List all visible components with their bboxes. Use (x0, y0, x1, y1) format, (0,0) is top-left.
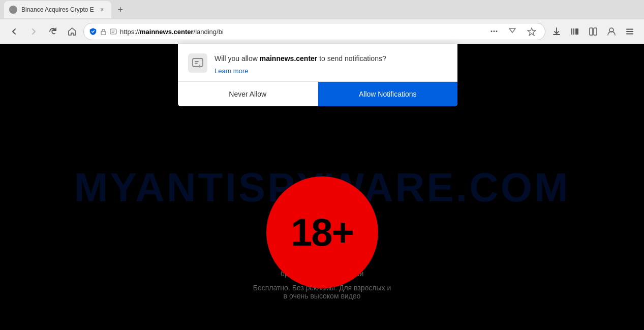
popup-message: Will you allow mainnews.center to send n… (214, 53, 447, 75)
library-button[interactable] (567, 23, 583, 40)
browser-chrome: Binance Acquires Crypto E × + (0, 0, 644, 44)
svg-rect-8 (594, 28, 597, 35)
reload-button[interactable] (45, 23, 61, 40)
address-text: https://mainnews.center/landing/bi (120, 28, 484, 36)
svg-rect-7 (590, 28, 593, 35)
tab-close-button[interactable]: × (98, 6, 106, 14)
download-button[interactable] (548, 23, 565, 40)
popup-domain: mainnews.center (260, 54, 318, 63)
svg-rect-4 (571, 28, 572, 35)
svg-rect-12 (626, 34, 633, 35)
age-badge-text: 18+ (291, 210, 353, 254)
notification-popup: Will you allow mainnews.center to send n… (178, 44, 457, 106)
shield-icon (89, 27, 97, 36)
home-button[interactable] (64, 23, 80, 40)
address-more-button[interactable]: ··· (487, 24, 501, 39)
popup-icon (188, 53, 207, 73)
bookmark-icon[interactable] (524, 23, 540, 40)
svg-rect-1 (101, 31, 106, 35)
svg-rect-13 (193, 58, 203, 67)
nav-right-icons (548, 23, 638, 40)
svg-rect-2 (110, 29, 116, 34)
pocket-icon[interactable] (504, 23, 520, 40)
account-button[interactable] (603, 23, 620, 40)
new-tab-button[interactable]: + (113, 3, 128, 17)
svg-rect-5 (573, 28, 574, 35)
page-text-line4: в очень высоком видео (246, 292, 398, 300)
nav-bar: https://mainnews.center/landing/bi ··· (0, 19, 644, 44)
svg-rect-6 (575, 28, 578, 35)
tab-bar: Binance Acquires Crypto E × + (0, 0, 644, 19)
learn-more-link[interactable]: Learn more (214, 67, 248, 75)
age-badge: 18+ (266, 176, 378, 288)
svg-marker-3 (528, 28, 536, 36)
svg-point-0 (10, 6, 16, 12)
popup-header: Will you allow mainnews.center to send n… (178, 44, 457, 81)
reader-view-button[interactable] (585, 23, 601, 40)
forward-button[interactable] (25, 23, 42, 40)
popup-buttons: Never Allow Allow Notifications (178, 81, 457, 106)
popup-message-text: Will you allow mainnews.center to send n… (214, 53, 447, 64)
menu-button[interactable] (622, 23, 638, 40)
address-bar[interactable]: https://mainnews.center/landing/bi ··· (83, 23, 545, 40)
lock-icon (100, 28, 107, 35)
never-allow-button[interactable]: Never Allow (178, 82, 318, 106)
active-tab[interactable]: Binance Acquires Crypto E × (4, 1, 111, 18)
allow-notifications-button[interactable]: Allow Notifications (318, 82, 458, 106)
back-button[interactable] (6, 23, 22, 40)
svg-rect-11 (626, 31, 633, 32)
tab-favicon (9, 6, 17, 14)
page-content: MYANTISPYWARE.COM 18+ Запрещённый контен… (0, 44, 644, 330)
svg-rect-10 (626, 29, 633, 30)
permission-icon (110, 28, 117, 35)
tab-title: Binance Acquires Crypto E (21, 6, 94, 13)
